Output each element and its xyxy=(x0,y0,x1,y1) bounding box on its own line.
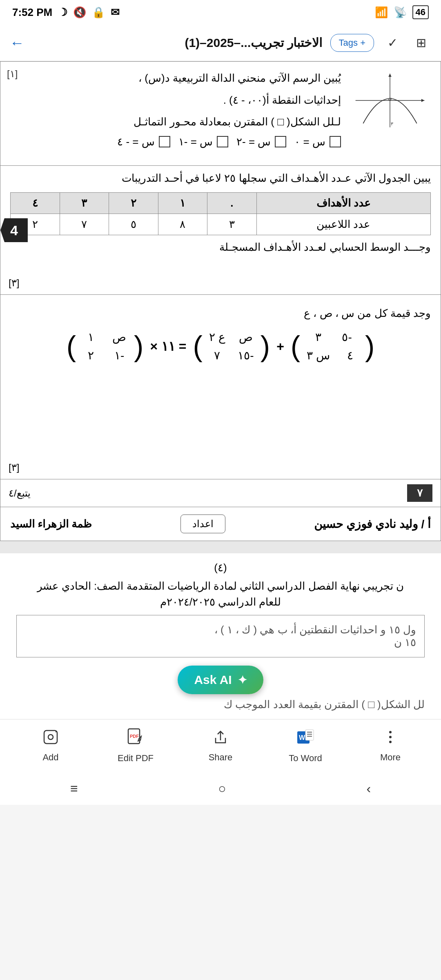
prepared-button[interactable]: اعداد xyxy=(180,514,225,533)
question-number-badge: 4 xyxy=(0,218,28,242)
page-number-text: (٤) xyxy=(16,561,425,574)
signal-icon: 📶 xyxy=(375,6,388,19)
ask-ai-button[interactable]: ✦ Ask AI xyxy=(178,666,263,694)
matrix2-row1: ع ٢ ص xyxy=(209,328,254,346)
word-icon: W xyxy=(296,728,314,750)
ask-ai-container: ✦ Ask AI xyxy=(16,666,425,694)
moon-icon: ☽ xyxy=(58,6,67,19)
question-block-3: وجد قيمة كل من س ، ص ، ع ( ١ ص ٢ ١- ) × … xyxy=(0,295,441,479)
status-left: 7:52 PM ☽ 🔇 🔒 ✉ xyxy=(12,6,120,19)
lock-icon: 🔒 xyxy=(92,6,105,19)
alert-icon: ✉ xyxy=(111,6,120,19)
nav-bar: ← الاختبار تجريب...–2025–(1) Tags + ✓ ⊞ xyxy=(0,24,441,61)
edit-pdf-icon: PDF xyxy=(127,728,145,750)
document-area: [١] ن ٣ يُبين الرسم xyxy=(0,61,441,541)
svg-point-17 xyxy=(389,731,392,733)
status-bar: 7:52 PM ☽ 🔇 🔒 ✉ 📶 📡 46 xyxy=(0,0,441,24)
add-label: Add xyxy=(42,752,58,763)
matrix-equation: ( ١ ص ٢ ١- ) × ١١ = ( ع ٢ ص xyxy=(10,328,431,365)
edit-pdf-label: Edit PDF xyxy=(118,753,154,764)
table-question-text: يبين الجدول الآتي عـدد الأهـداف التي سجل… xyxy=(10,170,431,187)
wifi-icon: 📡 xyxy=(394,6,407,19)
matrix2-row2: ٧ ١٥- xyxy=(209,346,254,365)
checkbox-question: لـلل الشكل( □ ) المقترن بمعادلة محـور ال… xyxy=(10,114,341,131)
share-icon xyxy=(212,729,229,749)
partial-text-3: لل الشكل( □ ) المقترن بقيمة العدد الموجب… xyxy=(16,698,425,711)
col-0: . xyxy=(207,193,257,214)
status-right: 📶 📡 46 xyxy=(375,5,429,19)
school-name: ظمة الزهراء السيد xyxy=(10,518,92,530)
partial-question-block: ول ١٥ و احداثيات النقطتين أ، ب هي ( ك ، … xyxy=(16,615,425,657)
checkbox-s-2: س = -٢ xyxy=(236,136,286,148)
partial-text-1: ول ١٥ و احداثيات النقطتين أ، ب هي ( ك ، … xyxy=(25,624,416,636)
val-8: ٨ xyxy=(158,214,207,235)
nav-home[interactable]: ○ xyxy=(218,781,226,796)
svg-rect-13 xyxy=(305,730,314,740)
col-header-label: عدد الأهداف xyxy=(256,193,430,214)
bottom-nav: ≡ ○ ‹ xyxy=(0,772,441,805)
marks-label-2: [٣] xyxy=(9,277,19,289)
more-icon xyxy=(382,729,399,749)
toolbar-more[interactable]: More xyxy=(360,729,421,763)
continues-text: يتبع/٤ xyxy=(9,488,31,499)
toolbar-add[interactable]: Add xyxy=(20,729,81,763)
matrix1-row1: ١ ص xyxy=(82,328,127,346)
row-label: عدد اللاعبين xyxy=(256,214,430,235)
checkbox-s0: س = ٠ xyxy=(294,136,341,148)
checkbox-icon[interactable] xyxy=(217,136,228,147)
svg-rect-6 xyxy=(44,731,57,744)
point-text: إحداثيات النقطة أ(٠٠، - ٤) . xyxy=(10,92,341,109)
matrix1-row2: ٢ ١- xyxy=(82,346,127,365)
goals-table: عدد الأهداف . ١ ٢ ٣ ٤ عدد اللاعبين ٣ ٨ ٥ xyxy=(10,192,431,235)
page-number-box: ٧ xyxy=(407,484,432,502)
svg-text:ن: ن xyxy=(388,95,392,101)
marks-label-3: [٣] xyxy=(9,462,19,473)
status-time: 7:52 PM xyxy=(12,6,52,19)
svg-text:٣: ٣ xyxy=(391,121,393,126)
val-3: ٣ xyxy=(207,214,257,235)
col-3: ٣ xyxy=(60,193,109,214)
toolbar-share[interactable]: Share xyxy=(190,729,251,763)
svg-marker-3 xyxy=(388,74,392,77)
share-label: Share xyxy=(209,752,233,763)
add-icon xyxy=(42,729,59,749)
back-button[interactable]: ← xyxy=(10,34,24,51)
toolbar-to-word[interactable]: W To Word xyxy=(275,728,336,764)
function-graph: ن ٣ xyxy=(349,70,431,131)
exam-subtitle-1: ن تجريبي نهاية الفصل الدراسي الثاني لماد… xyxy=(16,580,425,592)
checkbox-icon[interactable] xyxy=(275,136,286,147)
matrix-question-text: وجد قيمة كل من س ، ص ، ع xyxy=(10,307,431,320)
exam-subtitle-2: للعام الدراسي ٢٠٢٤/٢٠٢٥م xyxy=(16,596,425,608)
more-label: More xyxy=(380,752,401,763)
check-button[interactable]: ✓ xyxy=(382,33,403,53)
nav-back[interactable]: ‹ xyxy=(366,781,371,796)
grid-button[interactable]: ⊞ xyxy=(411,33,431,53)
col-2: ٢ xyxy=(109,193,158,214)
question-text-area: يُبين الرسم الآتي منحني الدالة التربيعية… xyxy=(10,70,341,153)
ask-ai-star: ✦ xyxy=(238,673,247,687)
val-7: ٧ xyxy=(60,214,109,235)
checkbox-icon[interactable] xyxy=(330,136,341,147)
bottom-toolbar: Add PDF Edit PDF Share W xyxy=(0,719,441,772)
multiply-op: × ١١ = xyxy=(150,339,186,354)
graph-question-text: يُبين الرسم الآتي منحني الدالة التربيعية… xyxy=(10,70,341,87)
plus-op: + xyxy=(276,339,284,354)
toolbar-edit-pdf[interactable]: PDF Edit PDF xyxy=(105,728,166,764)
battery-indicator: 46 xyxy=(412,5,429,19)
find-mean-text: وجـــد الوسط الحسابي لعـدد الأهـداف المس… xyxy=(10,241,431,254)
val-5: ٥ xyxy=(109,214,158,235)
col-1: ١ xyxy=(158,193,207,214)
authors-bar: أ / وليد نادي فوزي حسين اعداد ظمة الزهرا… xyxy=(0,507,441,541)
tags-button[interactable]: Tags + xyxy=(330,34,374,52)
author-name: أ / وليد نادي فوزي حسين xyxy=(314,517,431,531)
nav-menu[interactable]: ≡ xyxy=(70,781,78,796)
checkbox-icon[interactable] xyxy=(159,136,170,147)
col-4: ٤ xyxy=(11,193,60,214)
document-title: الاختبار تجريب...–2025–(1) xyxy=(33,36,322,50)
svg-text:W: W xyxy=(299,734,305,741)
matrix3-row1: ٣ ٥- xyxy=(310,328,355,346)
page-footer: ٧ يتبع/٤ xyxy=(0,479,441,507)
svg-line-8 xyxy=(56,731,56,732)
svg-marker-2 xyxy=(421,99,425,102)
checkbox-s-1: س = -١ xyxy=(178,136,228,148)
